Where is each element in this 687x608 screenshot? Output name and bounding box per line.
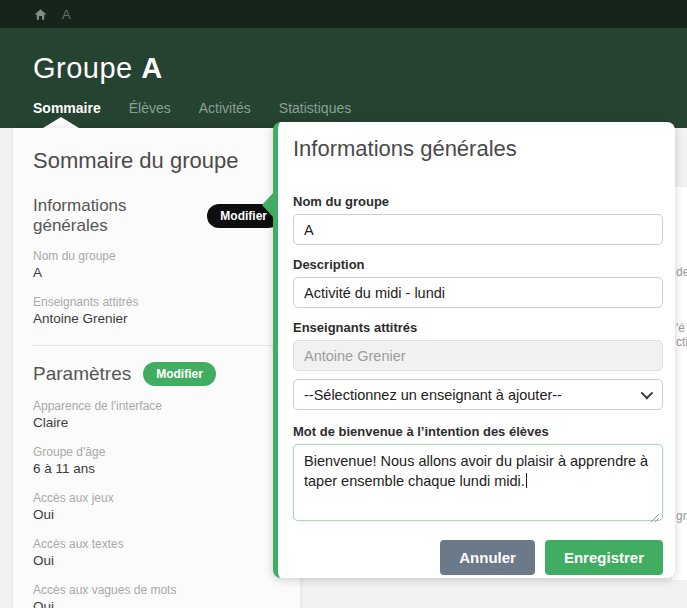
teacher-select-value: --Sélectionnez un enseignant à ajouter--: [304, 387, 562, 403]
summary-field: Enseignants attitrés Antoine Grenier: [33, 295, 280, 327]
field-label: Apparence de l'interface: [33, 399, 280, 414]
home-icon[interactable]: [33, 7, 48, 22]
resize-handle-icon[interactable]: [650, 508, 660, 518]
clipped-text: 'é: [676, 321, 685, 335]
field-label: Nom du groupe: [33, 249, 280, 264]
welcome-field-label: Mot de bienvenue à l’intention des élève…: [293, 424, 663, 439]
section-heading: Paramètres: [33, 363, 131, 385]
section-informations-generales: Informations générales Modifier: [33, 196, 280, 236]
page-title-bold: A: [141, 52, 162, 84]
tab-sommaire[interactable]: Sommaire: [33, 100, 101, 116]
welcome-message-textarea[interactable]: Bienvenue! Nous allons avoir du plaisir …: [293, 444, 663, 521]
summary-field: Nom du groupe A: [33, 249, 280, 281]
chevron-down-icon: [641, 387, 654, 400]
welcome-message-text: Bienvenue! Nous allons avoir du plaisir …: [304, 453, 648, 489]
field-value: A: [33, 264, 280, 281]
active-tab-arrow: [43, 117, 79, 128]
description-input[interactable]: [293, 277, 663, 308]
clipped-text: de: [676, 265, 687, 279]
summary-title: Sommaire du groupe: [33, 148, 280, 174]
field-label: Accès aux textes: [33, 537, 280, 552]
modal-button-row: Annuler Enregistrer: [293, 540, 663, 575]
page-title: Groupe A: [33, 52, 163, 85]
section-parametres: Paramètres Modifier: [33, 362, 280, 386]
name-field-label: Nom du groupe: [293, 194, 663, 209]
top-navigation-bar: A: [0, 0, 687, 28]
summary-field: Accès aux jeux Oui: [33, 491, 280, 523]
modal-title: Informations générales: [293, 136, 663, 162]
text-caret: [526, 473, 527, 488]
tab-activites[interactable]: Activités: [199, 100, 251, 116]
tab-eleves[interactable]: Élèves: [129, 100, 171, 116]
field-value: Oui: [33, 552, 280, 569]
modify-parametres-button[interactable]: Modifier: [143, 362, 216, 386]
modal-pointer-arrow: [262, 193, 273, 217]
field-label: Accès aux jeux: [33, 491, 280, 506]
teachers-input-disabled: [293, 340, 663, 371]
field-value: Oui: [33, 506, 280, 523]
cancel-button[interactable]: Annuler: [440, 540, 535, 575]
summary-field: Accès aux vagues de mots Oui: [33, 583, 280, 608]
summary-field: Apparence de l'interface Claire: [33, 399, 280, 431]
clipped-text: cti: [676, 335, 687, 349]
tab-statistiques[interactable]: Statistiques: [279, 100, 351, 116]
page-header: Groupe A Sommaire Élèves Activités Stati…: [0, 28, 687, 128]
clipped-text: gr: [676, 509, 687, 523]
section-divider: [33, 345, 280, 346]
summary-field: Accès aux textes Oui: [33, 537, 280, 569]
group-name-input[interactable]: [293, 214, 663, 245]
section-heading: Informations générales: [33, 196, 195, 236]
informations-generales-modal: Informations générales Nom du groupe Des…: [273, 122, 675, 578]
summary-card: Sommaire du groupe Informations générale…: [13, 128, 300, 608]
field-label: Groupe d'âge: [33, 445, 280, 460]
teachers-field-label: Enseignants attitrés: [293, 320, 663, 335]
teacher-select[interactable]: --Sélectionnez un enseignant à ajouter--: [293, 379, 663, 410]
field-label: Accès aux vagues de mots: [33, 583, 280, 598]
field-value: Claire: [33, 414, 280, 431]
field-value: Antoine Grenier: [33, 310, 280, 327]
page-title-light: Groupe: [33, 52, 141, 84]
description-field-label: Description: [293, 257, 663, 272]
breadcrumb[interactable]: A: [62, 7, 71, 22]
summary-field: Groupe d'âge 6 à 11 ans: [33, 445, 280, 477]
tab-bar: Sommaire Élèves Activités Statistiques: [33, 100, 351, 116]
field-value: 6 à 11 ans: [33, 460, 280, 477]
save-button[interactable]: Enregistrer: [545, 540, 663, 575]
field-value: Oui: [33, 598, 280, 608]
field-label: Enseignants attitrés: [33, 295, 280, 310]
